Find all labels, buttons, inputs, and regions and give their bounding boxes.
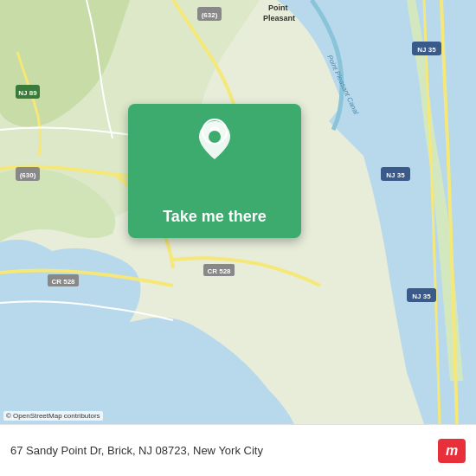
- moovit-logo: m: [438, 439, 466, 463]
- svg-text:Point: Point: [268, 3, 288, 12]
- address-label: 67 Sandy Point Dr, Brick, NJ 08723, New …: [10, 444, 263, 457]
- pin-icon-svg: [196, 119, 234, 161]
- moovit-m-icon: m: [438, 439, 466, 463]
- svg-text:CR 528: CR 528: [51, 278, 75, 286]
- svg-text:NJ 35: NJ 35: [386, 171, 405, 179]
- svg-text:NJ 89: NJ 89: [18, 89, 37, 97]
- take-me-there-label: Take me there: [163, 208, 267, 225]
- svg-text:CR 528: CR 528: [207, 267, 231, 275]
- svg-text:(632): (632): [202, 11, 218, 19]
- svg-text:Pleasant: Pleasant: [263, 14, 295, 23]
- osm-attribution: © OpenStreetMap contributors: [3, 411, 103, 421]
- bottom-bar: 67 Sandy Point Dr, Brick, NJ 08723, New …: [0, 424, 476, 476]
- take-me-there-card[interactable]: Take me there: [128, 104, 301, 238]
- svg-text:NJ 35: NJ 35: [412, 293, 431, 300]
- svg-text:(630): (630): [20, 171, 36, 179]
- svg-point-24: [209, 131, 221, 143]
- map-container: Point Pleasant Canal NJ 89 (632) (630) (…: [0, 0, 476, 424]
- svg-text:NJ 35: NJ 35: [417, 46, 436, 54]
